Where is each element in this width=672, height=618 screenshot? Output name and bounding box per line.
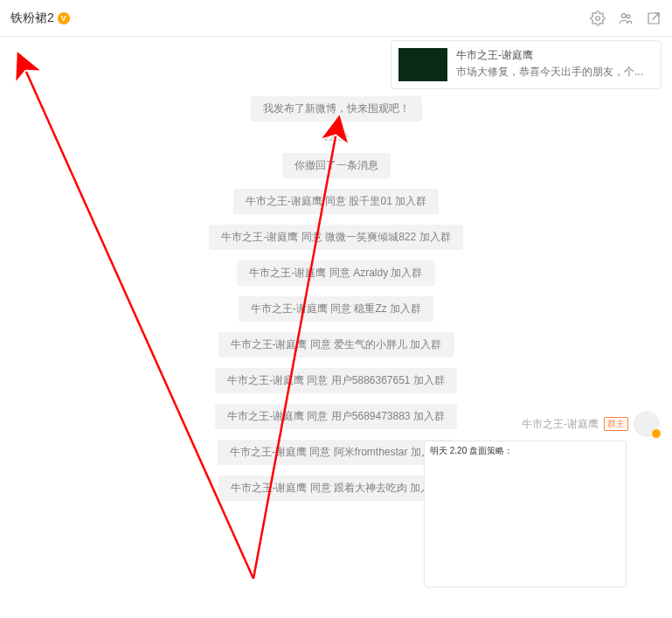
svg-point-0	[596, 16, 600, 20]
system-bubble: 牛市之王-谢庭鹰 同意 微微一笑爽倾城822 加入群	[209, 225, 462, 250]
owner-tag: 群主	[604, 417, 628, 431]
system-bubble: 牛市之王-谢庭鹰 同意 用户5689473883 加入群	[215, 404, 457, 429]
system-bubble: 牛市之王-谢庭鹰 同意 用户5886367651 加入群	[215, 368, 457, 393]
chat-title: 铁粉裙2	[10, 10, 54, 26]
verified-badge-icon	[651, 428, 662, 439]
system-bubble: 牛市之王-谢庭鹰 同意 稳重Zz 加入群	[239, 296, 433, 322]
timestamp: 22:32	[324, 132, 349, 142]
system-bubble: 牛市之王-谢庭鹰 同意 阿米fromthestar 加入群	[218, 440, 454, 465]
link-desc: 市场大修复，恭喜今天出手的朋友，个...	[456, 65, 654, 80]
image-message[interactable]: 明天 2.20 盘面策略：	[424, 441, 627, 587]
system-bubble: 牛市之王-谢庭鹰 同意 爱生气的小胖儿 加入群	[218, 332, 454, 358]
chat-header: 铁粉裙2 V	[0, 0, 672, 37]
message-row: 牛市之王-谢庭鹰 群主 明天 2.20 盘面策略：	[424, 411, 660, 587]
svg-point-2	[627, 14, 630, 17]
header-left: 铁粉裙2 V	[10, 10, 70, 26]
system-bubble: 我发布了新微博，快来围观吧！	[251, 96, 422, 122]
gear-icon[interactable]	[590, 10, 606, 26]
header-actions	[590, 10, 662, 26]
sender-name: 牛市之王-谢庭鹰	[522, 417, 599, 432]
message-meta: 牛市之王-谢庭鹰 群主	[522, 411, 660, 437]
system-bubble: 牛市之王-谢庭鹰 同意 Azraldy 加入群	[237, 260, 434, 286]
verified-badge-icon: V	[58, 12, 70, 24]
avatar[interactable]	[634, 411, 660, 437]
svg-point-1	[621, 13, 626, 17]
chat-body: 牛市之王-谢庭鹰 市场大修复，恭喜今天出手的朋友，个... 我发布了新微博，快来…	[0, 37, 672, 618]
image-content	[432, 448, 619, 580]
system-bubble: 你撤回了一条消息	[282, 153, 391, 178]
link-texts: 牛市之王-谢庭鹰 市场大修复，恭喜今天出手的朋友，个...	[456, 48, 654, 81]
link-preview-card[interactable]: 牛市之王-谢庭鹰 市场大修复，恭喜今天出手的朋友，个...	[391, 40, 662, 89]
system-bubble: 牛市之王-谢庭鹰 同意 股千里01 加入群	[233, 189, 439, 214]
image-caption: 明天 2.20 盘面策略：	[430, 445, 513, 457]
system-bubble: 牛市之王-谢庭鹰 同意 跟着大神去吃肉 加入群	[218, 476, 454, 501]
popout-icon[interactable]	[646, 10, 662, 26]
members-icon[interactable]	[618, 10, 634, 26]
link-title: 牛市之王-谢庭鹰	[456, 48, 654, 63]
link-thumbnail	[398, 48, 447, 81]
